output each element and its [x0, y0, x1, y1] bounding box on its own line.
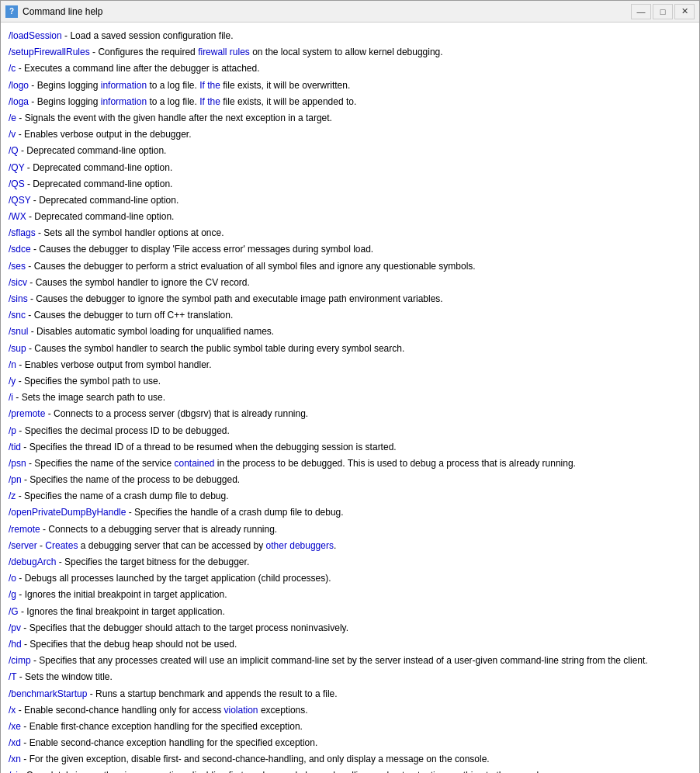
help-line: /c - Executes a command line after the d… — [9, 61, 691, 76]
help-line: /setupFirewallRules - Configures the req… — [9, 45, 691, 60]
help-line: /QY - Deprecated command-line option. — [9, 161, 691, 175]
help-line: /sicv - Causes the symbol handler to ign… — [9, 276, 691, 290]
help-line: /z - Specifies the name of a crash dump … — [9, 489, 691, 504]
help-line: /o - Debugs all processes launched by th… — [9, 571, 691, 586]
help-content: /loadSession - Load a saved session conf… — [1, 23, 699, 773]
help-line: /xd - Enable second-chance exception han… — [9, 736, 691, 750]
close-button[interactable]: ✕ — [674, 4, 695, 19]
help-line: /premote - Connects to a process server … — [9, 407, 691, 421]
help-line: /WX - Deprecated command-line option. — [9, 210, 691, 224]
help-line: /ses - Causes the debugger to perform a … — [9, 259, 691, 274]
help-line: /logo - Begins logging information to a … — [9, 78, 691, 93]
help-line: /hd - Specifies that the debug heap shou… — [9, 637, 691, 652]
help-line: /pn - Specifies the name of the process … — [9, 473, 691, 487]
title-bar-left: ? Command line help — [5, 5, 102, 18]
help-line: /snc - Causes the debugger to turn off C… — [9, 308, 691, 323]
help-line: /xi - Completely ignore the given except… — [9, 768, 691, 773]
help-line: /sup - Causes the symbol handler to sear… — [9, 341, 691, 356]
help-line: /y - Specifies the symbol path to use. — [9, 374, 691, 389]
title-bar-buttons: — □ ✕ — [631, 4, 695, 19]
help-line: /p - Specifies the decimal process ID to… — [9, 424, 691, 438]
help-line: /Q - Deprecated command-line option. — [9, 144, 691, 158]
help-line: /server - Creates a debugging server tha… — [9, 539, 691, 553]
minimize-button[interactable]: — — [631, 4, 651, 19]
help-line: /tid - Specifies the thread ID of a thre… — [9, 440, 691, 455]
main-window: ? Command line help — □ ✕ /loadSession -… — [0, 0, 700, 773]
maximize-button[interactable]: □ — [653, 4, 673, 19]
help-line: /pv - Specifies that the debugger should… — [9, 621, 691, 636]
help-line: /n - Enables verbose output from symbol … — [9, 358, 691, 373]
help-line: /xn - For the given exception, disable f… — [9, 752, 691, 767]
help-line: /g - Ignores the initial breakpoint in t… — [9, 588, 691, 602]
help-line: /xe - Enable first-chance exception hand… — [9, 719, 691, 734]
help-line: /T - Sets the window title. — [9, 670, 691, 685]
help-line: /e - Signals the event with the given ha… — [9, 111, 691, 126]
help-line: /debugArch - Specifies the target bitnes… — [9, 555, 691, 570]
help-line: /loadSession - Load a saved session conf… — [9, 29, 691, 43]
help-line: /QS - Deprecated command-line option. — [9, 177, 691, 192]
help-line: /G - Ignores the final breakpoint in tar… — [9, 605, 691, 619]
help-line: /loga - Begins logging information to a … — [9, 95, 691, 109]
help-line: /i - Sets the image search path to use. — [9, 390, 691, 405]
help-line: /v - Enables verbose output in the debug… — [9, 127, 691, 142]
help-line: /sins - Causes the debugger to ignore th… — [9, 292, 691, 307]
help-line: /benchmarkStartup - Runs a startup bench… — [9, 687, 691, 702]
window-icon: ? — [5, 5, 18, 18]
help-line: /cimp - Specifies that any processes cre… — [9, 653, 691, 668]
help-line: /QSY - Deprecated command-line option. — [9, 193, 691, 208]
help-line: /psn - Specifies the name of the service… — [9, 456, 691, 471]
help-line: /remote - Connects to a debugging server… — [9, 522, 691, 537]
help-line: /snul - Disables automatic symbol loadin… — [9, 324, 691, 339]
help-line: /openPrivateDumpByHandle - Specifies the… — [9, 505, 691, 520]
help-line: /x - Enable second-chance handling only … — [9, 703, 691, 718]
help-line: /sdce - Causes the debugger to display '… — [9, 242, 691, 257]
title-bar: ? Command line help — □ ✕ — [1, 1, 699, 23]
help-line: /sflags - Sets all the symbol handler op… — [9, 226, 691, 241]
window-title: Command line help — [23, 6, 102, 17]
